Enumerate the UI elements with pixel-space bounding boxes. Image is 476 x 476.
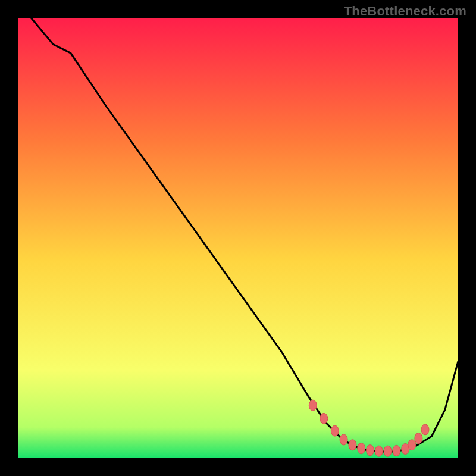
chart-svg xyxy=(18,18,458,458)
chart-container: TheBottleneck.com xyxy=(0,0,476,476)
marker-dot xyxy=(349,440,356,450)
marker-dot xyxy=(331,425,339,436)
marker-dot xyxy=(358,443,365,454)
plot-area xyxy=(18,18,458,458)
watermark-text: TheBottleneck.com xyxy=(344,4,466,19)
marker-dot xyxy=(340,434,347,445)
marker-dot xyxy=(393,445,400,456)
marker-dot xyxy=(384,446,392,456)
gradient-background xyxy=(18,18,458,458)
marker-dot xyxy=(309,400,317,411)
marker-dot xyxy=(375,446,383,456)
marker-dot xyxy=(415,433,422,444)
marker-dot xyxy=(421,424,429,435)
marker-dot xyxy=(320,413,328,424)
marker-dot xyxy=(408,440,416,450)
marker-dot xyxy=(367,445,374,456)
